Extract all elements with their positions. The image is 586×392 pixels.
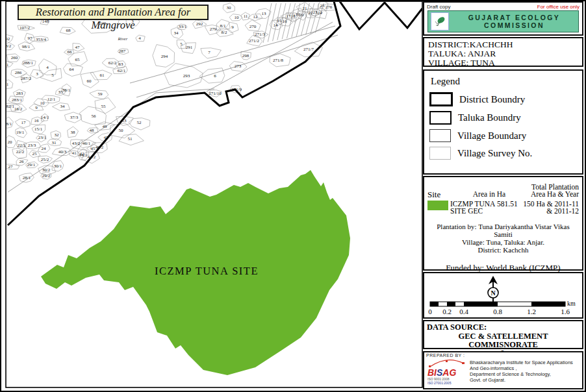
site-green-swatch <box>427 201 448 210</box>
svg-text:30/2: 30/2 <box>42 167 51 173</box>
svg-text:34: 34 <box>60 104 66 109</box>
svg-text:27: 27 <box>8 164 14 169</box>
plantation-info: Plantation by: Tuna Dariyakantha Vistar … <box>427 223 579 254</box>
svg-text:260: 260 <box>11 55 18 60</box>
svg-text:28/1: 28/1 <box>23 175 31 180</box>
svg-text:271/3: 271/3 <box>255 32 265 37</box>
svg-text:3: 3 <box>36 71 38 77</box>
legend-panel: Legend District Boundry Taluka Boundry V… <box>423 69 583 175</box>
svg-text:29/1: 29/1 <box>27 162 36 167</box>
svg-text:66: 66 <box>68 49 73 55</box>
map-marginalia-sidebar: Draft copy For office use only GUJARAT E… <box>423 1 583 391</box>
svg-text:60: 60 <box>87 79 92 84</box>
prepared-by-panel: PREPARED BY : BISAG ISO 9001:2008 ISO 27… <box>423 351 583 389</box>
svg-text:1.2: 1.2 <box>527 308 536 315</box>
prepared-line3: Department of Science & Technology, <box>470 371 573 377</box>
legend-item-district: District Boundry <box>429 92 577 106</box>
svg-text:43/2: 43/2 <box>72 141 81 146</box>
svg-text:6: 6 <box>214 73 216 79</box>
scalebar: 00.20.40.81.21.6km <box>428 300 576 315</box>
svg-text:40/3: 40/3 <box>58 149 67 154</box>
svg-text:18/1: 18/1 <box>4 121 12 127</box>
svg-text:24: 24 <box>318 10 323 16</box>
bisag-logo: BISAG ISO 9001:2008 ISO 27001:2005 <box>426 358 468 385</box>
svg-text:97: 97 <box>28 36 33 41</box>
svg-text:102: 102 <box>3 36 10 42</box>
svg-text:1.6: 1.6 <box>561 308 570 315</box>
col-total: Total Plantation Area Ha & Year <box>512 184 579 198</box>
svg-text:107/2: 107/2 <box>19 25 30 31</box>
data-source-line1: GEC & SATELLEMENT COMMISNORATE <box>427 332 580 349</box>
legend-item-taluka: Taluka Boundry <box>429 111 577 125</box>
svg-text:271/2: 271/2 <box>249 38 259 43</box>
svg-text:12: 12 <box>253 14 259 19</box>
data-source-heading: DATA SOURCE: <box>427 323 580 332</box>
svg-text:20: 20 <box>8 140 13 145</box>
svg-text:61: 61 <box>100 73 105 78</box>
svg-text:34: 34 <box>174 31 179 36</box>
site-label: ICZMP TUNA SITE <box>155 265 259 277</box>
svg-text:44/2: 44/2 <box>88 154 96 160</box>
svg-text:46/1: 46/1 <box>83 141 91 146</box>
svg-text:4: 4 <box>46 65 49 70</box>
svg-text:16/2: 16/2 <box>14 106 23 112</box>
svg-text:30/1: 30/1 <box>54 164 62 169</box>
header-panel: Draft copy For office use only GUJARAT E… <box>423 1 583 36</box>
north-arrow-icon: N <box>488 276 498 304</box>
svg-text:271/7: 271/7 <box>303 47 314 52</box>
cadastral-map: 148107/297102353/498/198/226099/1288/128… <box>0 0 423 392</box>
svg-text:47: 47 <box>75 45 81 50</box>
district-boundary-swatch <box>429 92 453 106</box>
svg-text:16: 16 <box>34 118 40 123</box>
draft-copy-note: Draft copy <box>427 4 450 10</box>
village-survey-swatch <box>429 147 451 160</box>
site-name: ICZMP TUNA SITE GEC <box>450 201 497 215</box>
svg-text:287/2: 287/2 <box>21 76 31 81</box>
svg-text:37/3: 37/3 <box>70 115 79 120</box>
legend-title: Legend <box>431 76 577 87</box>
svg-text:62/1: 62/1 <box>118 68 126 73</box>
svg-text:51: 51 <box>128 136 133 141</box>
svg-text:48: 48 <box>90 128 95 133</box>
plantation-by: Plantation by: Tuna Dariyakantha Vistar … <box>427 223 579 238</box>
svg-text:23/3: 23/3 <box>28 143 36 148</box>
gec-banner: GUJARAT ECOLOGY COMMISSION <box>427 10 579 32</box>
svg-text:98/1: 98/1 <box>22 44 31 49</box>
svg-text:273: 273 <box>235 64 242 69</box>
survey-number-labels: 148107/297102353/498/198/226099/1288/128… <box>1 3 333 180</box>
svg-text:49: 49 <box>103 124 108 129</box>
svg-text:0.8: 0.8 <box>493 308 502 315</box>
svg-text:15/1: 15/1 <box>34 127 43 132</box>
svg-text:46/2: 46/2 <box>96 145 104 150</box>
north-arrow-and-scalebar: N 00.20.40.81.21.6km <box>424 273 582 317</box>
svg-text:19/1: 19/1 <box>16 130 25 135</box>
location-panel: DISTRICT:KACHCHH TALUKA: ANJAR VILLAGE: … <box>423 37 583 67</box>
svg-text:5: 5 <box>51 73 54 78</box>
svg-text:68: 68 <box>66 28 71 33</box>
svg-text:53: 53 <box>122 118 127 123</box>
prepared-by-heading: PREPARED BY : <box>426 353 580 358</box>
prepared-line2: And Geo-informatics , <box>470 365 573 371</box>
prepared-by-text: Bhaskaracharya Institute for Space Appli… <box>470 358 573 383</box>
iso-27001: ISO 27001:2005 <box>427 381 452 385</box>
legend-label: Taluka Boundry <box>458 112 521 123</box>
site-name-line2: SITE GEC <box>450 207 483 215</box>
village-label: VILLAGE: TUNA <box>428 58 578 67</box>
prepared-line4: Govt. of Gujarat. <box>470 377 573 383</box>
plantation-district: District: Kachchh <box>427 246 579 254</box>
svg-text:63: 63 <box>119 62 124 67</box>
svg-text:47: 47 <box>104 135 109 140</box>
gec-title: GUJARAT ECOLOGY COMMISSION <box>453 14 576 29</box>
svg-text:23/1: 23/1 <box>38 135 47 140</box>
svg-text:286: 286 <box>15 70 22 75</box>
site-table-row: ICZMP TUNA SITE GEC 581.51 150 Ha & 2011… <box>427 201 579 215</box>
legend-label: Village Survey No. <box>457 148 532 159</box>
svg-text:0.4: 0.4 <box>459 308 468 315</box>
svg-text:41: 41 <box>72 151 77 156</box>
svg-text:9: 9 <box>231 25 234 30</box>
svg-text:65: 65 <box>75 57 81 62</box>
site-total-value: 150 Ha & 2011-11 & 2011-12 <box>519 201 579 215</box>
svg-text:10: 10 <box>40 101 45 106</box>
river-label: River <box>117 36 127 42</box>
svg-text:30: 30 <box>227 5 232 10</box>
